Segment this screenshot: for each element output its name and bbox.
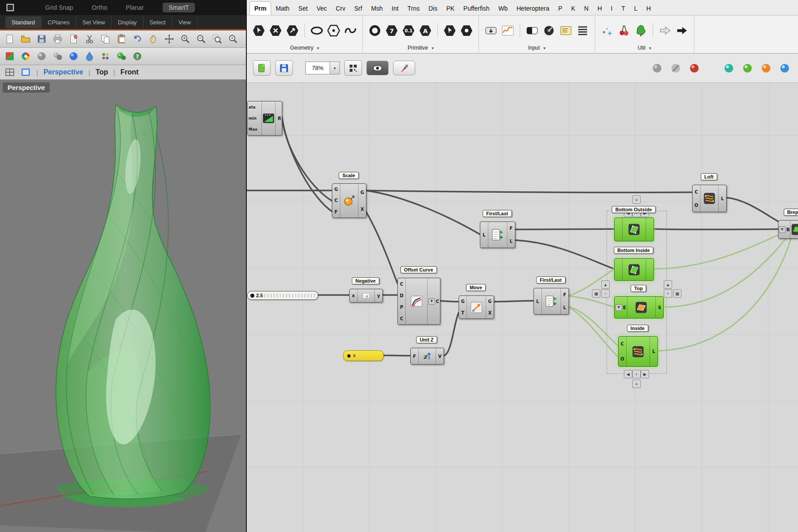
first-last-component-2[interactable]: LFL: [533, 288, 569, 315]
chevron-down-icon[interactable]: ▾: [317, 46, 319, 50]
gh-tab-math-1[interactable]: Math: [271, 2, 294, 15]
brep-join-component[interactable]: ▼B: [778, 220, 798, 239]
param-cursor-icon[interactable]: [252, 24, 265, 37]
status-toggle-ortho[interactable]: Ortho: [92, 4, 107, 11]
offset-curve-component-tag[interactable]: Offset Curve: [400, 266, 436, 273]
loft-component[interactable]: COL: [692, 185, 727, 212]
bottom-outside-component[interactable]: [614, 217, 654, 241]
input-port[interactable]: B: [786, 227, 790, 232]
viewport-tab-front[interactable]: Front: [121, 68, 139, 76]
gh-tab-pk-10[interactable]: PK: [442, 2, 459, 15]
yellow-slider[interactable]: 0: [343, 350, 384, 361]
input-port[interactable]: T: [461, 311, 464, 315]
rhino-tab-set-view[interactable]: Set View: [76, 16, 112, 28]
pan-hand-icon[interactable]: [147, 33, 159, 45]
output-port[interactable]: L: [563, 305, 566, 310]
brep-join-component-tag[interactable]: Brep J: [783, 209, 798, 216]
chevron-down-icon[interactable]: ▾: [330, 62, 340, 74]
new-document-icon[interactable]: [4, 33, 16, 45]
output-port[interactable]: X: [361, 207, 364, 212]
output-port[interactable]: y: [377, 293, 380, 298]
loft-component-tag[interactable]: Loft: [701, 173, 717, 180]
chevron-down-icon[interactable]: ▾: [432, 46, 434, 50]
gh-tab-crv-4[interactable]: Crv: [331, 2, 350, 15]
bottom-outside-component-tag[interactable]: Bottom Outside: [612, 206, 656, 213]
green-display-button[interactable]: [740, 61, 755, 75]
cut-icon[interactable]: [83, 33, 95, 45]
canvas-widget-button[interactable]: ≡: [632, 380, 641, 388]
gradient-component[interactable]: ataminMaxR: [247, 101, 282, 136]
input-port[interactable]: C: [621, 342, 624, 346]
output-port[interactable]: G: [488, 299, 491, 304]
canvas-widget-button[interactable]: +: [632, 370, 641, 378]
panel-icon[interactable]: [559, 24, 572, 37]
spheres-icon[interactable]: [51, 50, 63, 62]
output-port[interactable]: L: [510, 239, 512, 244]
output-port[interactable]: G: [360, 190, 364, 195]
output-port[interactable]: V: [438, 354, 442, 359]
preview-toggle-button[interactable]: [366, 61, 389, 75]
zoom-window-icon[interactable]: [211, 33, 223, 45]
gh-tab-t-19[interactable]: T: [617, 2, 630, 15]
move-component[interactable]: GTGX: [459, 295, 494, 319]
first-last-component-1[interactable]: LFL: [480, 221, 515, 248]
integer-icon[interactable]: 7: [385, 24, 398, 37]
input-port[interactable]: C: [400, 316, 403, 321]
output-port[interactable]: X: [488, 311, 492, 315]
blue-display-button[interactable]: [778, 61, 792, 75]
button-icon[interactable]: [484, 24, 498, 37]
number-icon[interactable]: 0.1: [402, 24, 415, 37]
output-port[interactable]: C: [436, 299, 439, 304]
viewport-maximize-icon[interactable]: [20, 67, 31, 78]
scale-component[interactable]: GCFGX: [332, 183, 366, 218]
input-port[interactable]: C: [335, 198, 338, 203]
canvas-widget-button[interactable]: ▦: [673, 289, 681, 298]
pointer-param-icon[interactable]: [443, 24, 456, 37]
galapagos-icon[interactable]: [600, 24, 614, 37]
input-port[interactable]: P: [400, 305, 403, 310]
output-port[interactable]: L: [652, 349, 655, 354]
gh-tab-p-14[interactable]: P: [554, 2, 567, 15]
paste-icon[interactable]: [115, 33, 127, 45]
flatten-widget-icon[interactable]: ▼: [779, 226, 786, 233]
gradient-icon[interactable]: [501, 24, 514, 37]
gh-canvas[interactable]: ataminMaxRGCFGXScaleLFLFirst/LastCDPC▼CO…: [247, 83, 798, 532]
top-component-tag[interactable]: Top: [631, 285, 646, 292]
group-dots-icon[interactable]: [99, 50, 111, 62]
sketch-tool-button[interactable]: [393, 61, 415, 75]
vase-3d-model[interactable]: [56, 105, 210, 508]
input-port[interactable]: G: [461, 299, 464, 304]
scale-component-tag[interactable]: Scale: [339, 172, 359, 179]
orange-display-button[interactable]: [759, 61, 773, 75]
input-port[interactable]: E: [623, 305, 626, 310]
new-definition-button[interactable]: [253, 60, 271, 76]
negative-component[interactable]: x-xy: [349, 289, 383, 303]
input-port[interactable]: D: [400, 293, 403, 298]
cherry-picker-icon[interactable]: [617, 24, 631, 37]
status-toggle-grid-snap[interactable]: Grid Snap: [45, 4, 73, 11]
first-last-component-2-tag[interactable]: First/Last: [536, 276, 565, 283]
print-icon[interactable]: [51, 33, 63, 45]
status-toggle-planar[interactable]: Planar: [126, 4, 144, 11]
canvas-widget-button[interactable]: ▲: [664, 280, 672, 289]
donut-icon[interactable]: [368, 24, 381, 37]
output-port[interactable]: R: [278, 116, 281, 121]
relay-out-icon[interactable]: [658, 24, 672, 37]
viewport-tab-perspective[interactable]: Perspective: [43, 68, 83, 76]
knob-icon[interactable]: [542, 24, 556, 37]
gh-tab-dis-9[interactable]: Dis: [424, 2, 442, 15]
gh-tab-n-16[interactable]: N: [580, 2, 593, 15]
input-port[interactable]: O: [694, 203, 698, 208]
bottom-inside-component[interactable]: [614, 258, 654, 281]
input-port[interactable]: x: [352, 293, 354, 298]
rhino-tab-display[interactable]: Display: [112, 16, 144, 28]
blue-ball-icon[interactable]: [67, 50, 79, 62]
copy-icon[interactable]: [99, 33, 111, 45]
gh-tab-trns-8[interactable]: Trns: [403, 2, 424, 15]
param-vector-icon[interactable]: [286, 24, 299, 37]
list-icon[interactable]: [576, 24, 589, 37]
slider-groove[interactable]: [265, 294, 315, 298]
zoom-target-icon[interactable]: [227, 33, 239, 45]
input-port[interactable]: Max: [249, 127, 257, 132]
yellow-slider-knob[interactable]: [347, 354, 350, 357]
